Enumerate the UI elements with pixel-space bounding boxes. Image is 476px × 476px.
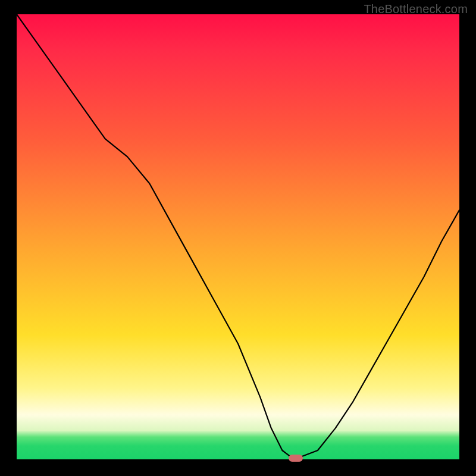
- chart-plot-area: [17, 14, 459, 459]
- chart-line: [17, 14, 459, 459]
- chart-minimum-marker: [289, 455, 303, 462]
- chart-container: TheBottleneck.com: [0, 0, 476, 476]
